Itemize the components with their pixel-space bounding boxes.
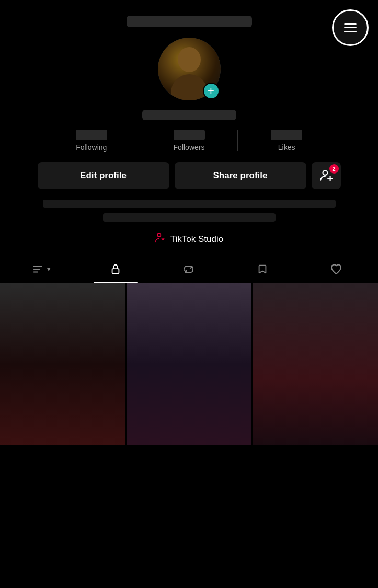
heart-icon [330,263,342,275]
share-profile-button[interactable]: Share profile [175,162,306,189]
followers-label: Followers [174,143,205,152]
tab-bookmark[interactable] [226,256,300,283]
menu-line-2 [344,27,357,29]
avatar-wrapper: + [158,38,221,100]
tab-filter[interactable]: ▼ [5,256,79,283]
menu-line-1 [344,23,357,25]
video-thumb-3[interactable] [253,283,378,445]
add-friends-icon-button[interactable]: 2 [312,162,341,189]
bio-line-1 [43,200,336,208]
tab-lock[interactable] [79,256,153,283]
tiktok-studio-banner[interactable]: TikTok Studio [155,232,223,246]
following-count-bar [76,130,107,140]
stat-following[interactable]: Following [43,130,141,152]
bookmark-icon [257,263,268,275]
lock-icon [110,263,121,275]
likes-label: Likes [278,143,295,152]
menu-line-3 [344,31,357,32]
svg-point-3 [157,233,161,236]
edit-profile-button[interactable]: Edit profile [38,162,169,189]
followers-count-bar [174,130,205,140]
menu-button[interactable] [332,9,369,46]
studio-icon [155,232,166,246]
svg-point-0 [323,170,327,175]
following-label: Following [76,143,107,152]
likes-count-bar [271,130,302,140]
tab-heart[interactable] [299,256,373,283]
filter-dropdown-arrow: ▼ [45,266,52,273]
profile-section: + Following Followers Likes Edit profile… [0,0,378,445]
video-thumb-1[interactable] [0,283,125,445]
friend-request-badge: 2 [329,164,339,174]
bio-line-2 [103,213,276,222]
svg-rect-7 [112,269,119,273]
repost-icon [182,263,195,275]
video-grid [0,283,378,445]
filter-icon-group: ▼ [32,263,52,275]
filter-icon [32,263,43,275]
username-bar [127,16,252,27]
studio-person-star-icon [155,232,166,244]
stat-followers[interactable]: Followers [140,130,238,152]
add-friend-button[interactable]: + [203,83,220,99]
display-name-bar [142,110,236,120]
video-thumb-2[interactable] [127,283,252,445]
action-buttons: Edit profile Share profile 2 [38,162,341,189]
studio-label: TikTok Studio [170,234,223,245]
stat-likes[interactable]: Likes [238,130,336,152]
tab-repost[interactable] [152,256,226,283]
tab-bar: ▼ [0,256,378,283]
stats-row: Following Followers Likes [43,130,336,152]
